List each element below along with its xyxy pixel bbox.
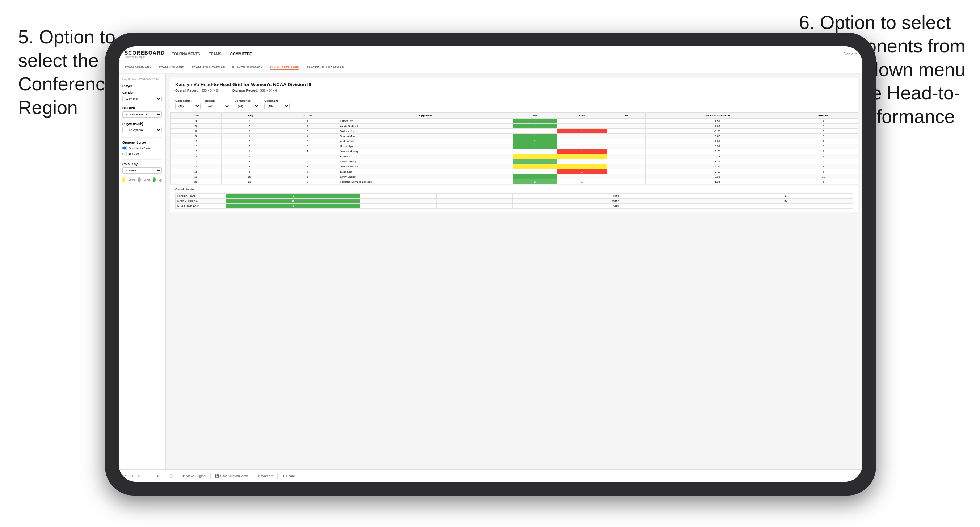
dot-up-label: Up <box>159 179 162 181</box>
cell-diff: -1.00 <box>646 129 789 134</box>
cell-conf: 7 <box>277 179 338 184</box>
table-header-row: # Div # Reg # Conf Opponent Win Loss Tie… <box>170 113 858 119</box>
cell-tie <box>436 204 512 209</box>
cell-diff: 3.33 <box>646 144 789 149</box>
opponent-select[interactable]: (All) <box>264 103 290 109</box>
colour-by-select[interactable]: Win/loss <box>123 167 162 174</box>
tab-player-h2h-heatmap[interactable]: PLAYER H2H HEATMAP <box>307 65 344 70</box>
settings-btn[interactable]: ⚙ <box>157 474 160 478</box>
tab-player-summary[interactable]: PLAYER SUMMARY <box>232 65 263 70</box>
cell-conf: 1 <box>277 149 338 154</box>
cell-win: 1 <box>513 134 557 139</box>
cell-tie <box>608 164 646 169</box>
cell-diff: 3.67 <box>646 134 789 139</box>
cell-opponent: Heejo Hyun <box>338 144 513 149</box>
dot-down <box>123 177 125 182</box>
cell-rounds: 3 <box>789 144 858 149</box>
opponent-filter-group: Opponent (All) <box>264 99 290 109</box>
opponents-filter-group: Opponents: (All) <box>175 99 200 109</box>
col-reg: # Reg <box>221 113 277 119</box>
cell-win <box>513 129 557 134</box>
cell-win: 15 <box>226 198 360 204</box>
table-row: 20 11 7 Federica Domecq Lacroze 2 1 1.33… <box>170 179 858 184</box>
h2h-table: # Div # Reg # Conf Opponent Win Loss Tie… <box>170 113 858 184</box>
cell-tie <box>608 144 646 149</box>
cell-div: 5 <box>170 124 221 129</box>
dot-up <box>153 177 156 182</box>
cell-loss <box>557 134 607 139</box>
col-conf: # Conf <box>277 113 338 119</box>
table-row: 3 3 1 Esther Lee 1 1.50 4 <box>170 119 858 124</box>
undo2-btn[interactable]: ↩ <box>138 474 140 478</box>
copy-btn[interactable]: ⊞ <box>150 474 153 478</box>
cell-win <box>513 149 557 154</box>
watch-btn[interactable]: 👁 Watch ▾ <box>257 474 273 478</box>
tab-team-summary[interactable]: TEAM SUMMARY <box>124 65 151 70</box>
nav-committee[interactable]: COMMITTEE <box>230 52 252 56</box>
radio-opponents-played[interactable]: Opponents Played <box>123 146 162 151</box>
cell-diff: 1.50 <box>646 119 789 124</box>
nav-tournaments[interactable]: TOURNAMENTS <box>172 52 200 56</box>
cell-conf: 5 <box>277 159 338 164</box>
grid-area: Katelyn Vo Head-to-Head Grid for Women's… <box>166 74 862 470</box>
nav-items: TOURNAMENTS TEAMS COMMITTEE <box>172 52 252 56</box>
cell-loss <box>360 198 436 204</box>
cell-tie <box>608 129 646 134</box>
cell-conf: 2 <box>277 124 338 129</box>
col-win: Win <box>513 113 557 119</box>
clock-btn[interactable]: 🕐 <box>169 474 173 478</box>
cell-rounds: 9 <box>789 154 858 159</box>
cell-reg: 1 <box>221 134 277 139</box>
player-rank-select[interactable]: 8. Katelyn Vo <box>123 127 162 133</box>
out-of-division-label: Out of division <box>175 188 853 191</box>
table-row: 9 1 4 Sharon Mun 1 3.67 3 <box>170 134 858 139</box>
cell-win: 4 <box>513 175 557 179</box>
cell-opponent: NCAA Division 2 <box>176 204 226 209</box>
cell-reg: 6 <box>221 139 277 144</box>
cell-opponent: Sharon Mun <box>338 134 513 139</box>
cell-loss: 2 <box>557 154 607 159</box>
sub-nav: TEAM SUMMARY TEAM H2H GRID TEAM H2H HEAT… <box>119 62 862 74</box>
cell-reg: 2 <box>221 144 277 149</box>
save-custom-btn[interactable]: 💾 Save Custom View <box>215 474 248 478</box>
cell-div: 16 <box>170 164 221 169</box>
toolbar-divider2 <box>164 473 164 479</box>
gender-select[interactable]: Women's <box>123 96 162 102</box>
cell-loss <box>557 119 607 124</box>
view-original-btn[interactable]: 👁 View: Original <box>182 474 206 478</box>
share-btn[interactable]: ⬆ Share <box>282 474 295 478</box>
region-select[interactable]: (All) <box>205 103 230 109</box>
undo-btn[interactable]: ↩ <box>123 474 126 478</box>
radio-top100[interactable]: Top 100 <box>123 152 162 156</box>
table-row: NCAA Division 2 5 7.400 10 <box>176 204 853 209</box>
cell-loss <box>557 124 607 129</box>
cell-div: 9 <box>170 134 221 139</box>
cell-reg: 2 <box>221 164 277 169</box>
cell-rounds: 11 <box>789 175 858 179</box>
opponents-select[interactable]: (All) <box>175 103 200 109</box>
cell-win: 5 <box>226 204 360 209</box>
conference-select[interactable]: (All) <box>235 103 260 109</box>
table-row: 10 6 3 Andrea York 2 4.00 4 <box>170 139 858 144</box>
toolbar-divider3 <box>177 473 177 479</box>
cell-opponent: Jessica Huang <box>338 149 513 154</box>
division-select[interactable]: NCAA Division III <box>123 111 162 117</box>
opponent-filter-label: Opponent <box>264 99 290 102</box>
cell-reg: 3 <box>221 129 277 134</box>
nav-right: Sign out <box>843 52 857 56</box>
tablet-screen: SCOREBOARD Powered by clippd TOURNAMENTS… <box>119 46 862 482</box>
table-row: 11 2 5 Heejo Hyun 1 3.33 3 <box>170 144 858 149</box>
tab-team-h2h-grid[interactable]: TEAM H2H GRID <box>159 65 184 70</box>
cell-win: 2 <box>513 179 557 184</box>
region-filter-group: Region (All) <box>205 99 230 109</box>
overall-record: Overall Record: 353 - 34 - 6 <box>175 89 218 92</box>
cell-diff: 1.33 <box>646 179 789 184</box>
nav-teams[interactable]: TEAMS <box>209 52 221 56</box>
main-content: Last Updated: 27/03/2024 16:34 Player Ge… <box>119 74 862 470</box>
tab-player-h2h-grid[interactable]: PLAYER H2H GRID <box>270 65 299 70</box>
redo-btn[interactable]: ↪ <box>130 474 133 478</box>
share-label: Share <box>286 474 295 478</box>
tab-team-h2h-heatmap[interactable]: TEAM H2H HEATMAP <box>191 65 225 70</box>
sign-out-link[interactable]: Sign out <box>843 52 857 56</box>
opponent-radio-group: Opponents Played Top 100 <box>123 146 162 156</box>
